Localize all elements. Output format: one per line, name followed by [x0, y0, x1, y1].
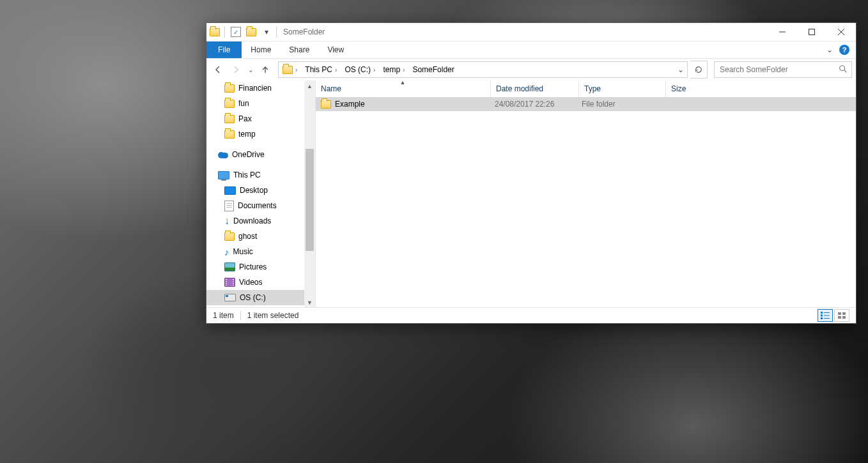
tab-file[interactable]: File: [206, 42, 242, 58]
svg-rect-10: [821, 317, 823, 319]
svg-rect-8: [821, 315, 823, 317]
col-type[interactable]: Type: [578, 80, 665, 97]
breadcrumb-temp[interactable]: temp›: [379, 62, 408, 77]
nav-quick-pax[interactable]: Pax: [206, 111, 315, 126]
help-icon[interactable]: ?: [839, 45, 849, 55]
file-row[interactable]: Example 24/08/2017 22:26 File folder: [316, 97, 856, 111]
file-date: 24/08/2017 22:26: [490, 100, 577, 109]
back-button[interactable]: [210, 62, 226, 77]
search-input[interactable]: [718, 65, 839, 75]
address-bar[interactable]: › This PC› OS (C:)› temp› SomeFolder ⌄: [278, 61, 688, 78]
search-icon[interactable]: [839, 65, 848, 75]
ribbon: File Home Share View ⌄ ?: [206, 42, 856, 59]
status-bar: 1 item 1 item selected: [206, 307, 856, 323]
documents-icon: [224, 201, 234, 211]
nav-quick-financien[interactable]: Financien: [206, 80, 315, 96]
breadcrumb-root-icon[interactable]: ›: [279, 62, 301, 77]
title-bar: ✓ ▾ SomeFolder: [206, 23, 856, 42]
maximize-button[interactable]: [797, 23, 826, 41]
svg-rect-6: [821, 312, 823, 314]
breadcrumb-os-c[interactable]: OS (C:)›: [341, 62, 379, 77]
window-title: SomeFolder: [283, 27, 325, 36]
videos-icon: [224, 278, 235, 287]
status-selection: 1 item selected: [247, 311, 299, 320]
window-body: Financien fun Pax temp OneDrive This PC …: [206, 80, 856, 308]
address-bar-row: ⌄ › This PC› OS (C:)› temp› SomeFolder ⌄: [206, 59, 856, 80]
refresh-button[interactable]: [690, 61, 708, 79]
nav-music[interactable]: ♪Music: [206, 244, 315, 259]
nav-onedrive[interactable]: OneDrive: [206, 147, 315, 162]
folder-icon: [224, 84, 235, 93]
breadcrumb-this-pc[interactable]: This PC›: [301, 62, 341, 77]
nav-videos[interactable]: Videos: [206, 275, 315, 290]
address-dropdown-icon[interactable]: ⌄: [674, 62, 687, 77]
svg-rect-13: [842, 312, 846, 315]
quick-access-toolbar: ✓ ▾: [206, 23, 279, 41]
scroll-down-icon[interactable]: ▼: [304, 297, 315, 308]
folder-icon: [224, 115, 235, 123]
svg-rect-15: [842, 316, 846, 319]
view-details-button[interactable]: [818, 309, 833, 322]
forward-button[interactable]: [228, 62, 244, 77]
svg-line-5: [844, 70, 847, 72]
svg-rect-11: [824, 318, 830, 319]
nav-ghost[interactable]: ghost: [206, 229, 315, 244]
search-box[interactable]: [714, 61, 852, 78]
col-date[interactable]: Date modified: [490, 80, 578, 97]
nav-quick-fun[interactable]: fun: [206, 96, 315, 111]
svg-rect-12: [838, 312, 841, 315]
svg-rect-9: [824, 315, 830, 316]
qat-properties-button[interactable]: ✓: [229, 25, 243, 39]
pictures-icon: [224, 262, 235, 271]
window-controls: [768, 23, 856, 41]
breadcrumb-somefolder[interactable]: SomeFolder: [408, 62, 456, 77]
column-headers: Name ▲ Date modified Type Size: [316, 80, 856, 97]
nav-os-c[interactable]: OS (C:): [206, 290, 315, 305]
folder-icon: [321, 100, 331, 109]
separator: [240, 311, 241, 320]
desktop-icon: [224, 186, 236, 195]
ribbon-expand-icon[interactable]: ⌄: [826, 45, 833, 54]
nav-downloads[interactable]: ↓Downloads: [206, 213, 315, 229]
col-size[interactable]: Size: [665, 80, 723, 97]
svg-point-4: [840, 65, 845, 70]
svg-rect-1: [809, 29, 815, 35]
pc-icon: [218, 171, 229, 179]
onedrive-icon: [218, 151, 228, 158]
view-switcher: [818, 309, 849, 322]
qat-customize-button[interactable]: ▾: [260, 25, 274, 39]
tab-view[interactable]: View: [318, 42, 353, 58]
svg-rect-7: [824, 312, 830, 313]
nav-desktop[interactable]: Desktop: [206, 183, 315, 198]
nav-quick-temp[interactable]: temp: [206, 126, 315, 142]
view-large-icons-button[interactable]: [834, 309, 849, 322]
scroll-up-icon[interactable]: ▲: [304, 80, 315, 91]
separator: [224, 26, 225, 38]
tab-share[interactable]: Share: [280, 42, 318, 58]
tab-home[interactable]: Home: [242, 42, 280, 58]
recent-locations-button[interactable]: ⌄: [246, 62, 255, 77]
scroll-thumb[interactable]: [306, 149, 314, 251]
navpane-scrollbar[interactable]: ▲ ▼: [304, 80, 315, 308]
nav-pictures[interactable]: Pictures: [206, 259, 315, 275]
navigation-pane: Financien fun Pax temp OneDrive This PC …: [206, 80, 315, 308]
qat-newfolder-button[interactable]: [244, 25, 258, 39]
downloads-icon: ↓: [224, 216, 229, 226]
file-name: Example: [335, 100, 365, 109]
close-button[interactable]: [826, 23, 856, 41]
up-button[interactable]: [258, 62, 273, 77]
file-list-pane: Name ▲ Date modified Type Size Example 2…: [316, 80, 856, 308]
nav-documents[interactable]: Documents: [206, 198, 315, 213]
folder-icon: [224, 232, 235, 241]
nav-this-pc[interactable]: This PC: [206, 167, 315, 183]
sort-asc-icon: ▲: [400, 79, 406, 86]
desktop-background: ✓ ▾ SomeFolder File Home Share View ⌄ ?: [0, 0, 868, 463]
scroll-track[interactable]: [304, 91, 315, 297]
col-name[interactable]: Name ▲: [316, 80, 490, 97]
separator: [276, 26, 277, 38]
explorer-window: ✓ ▾ SomeFolder File Home Share View ⌄ ?: [206, 22, 856, 324]
svg-rect-14: [838, 316, 841, 319]
app-icon[interactable]: [208, 25, 222, 39]
music-icon: ♪: [224, 247, 229, 257]
minimize-button[interactable]: [768, 23, 797, 41]
